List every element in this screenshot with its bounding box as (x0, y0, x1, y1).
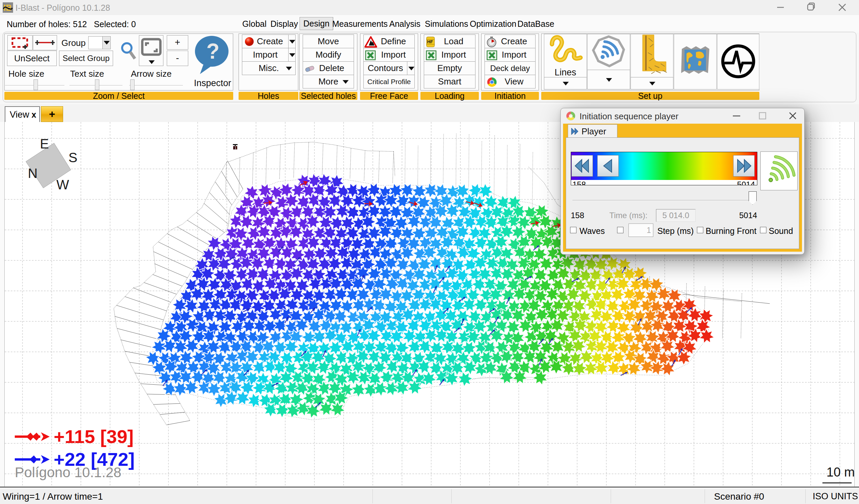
svg-text:1: 1 (235, 146, 237, 150)
svg-text:HF: HF (427, 39, 433, 44)
svg-text:S: S (69, 150, 77, 165)
svg-text:Polígono 10.1.28: Polígono 10.1.28 (15, 464, 121, 480)
svg-text:E: E (40, 137, 49, 151)
svg-text:+115 [39]: +115 [39] (54, 426, 134, 447)
svg-text:W: W (56, 177, 69, 192)
svg-text:10 m: 10 m (827, 465, 855, 479)
svg-text:N: N (28, 166, 37, 180)
svg-text:?: ? (206, 39, 220, 63)
